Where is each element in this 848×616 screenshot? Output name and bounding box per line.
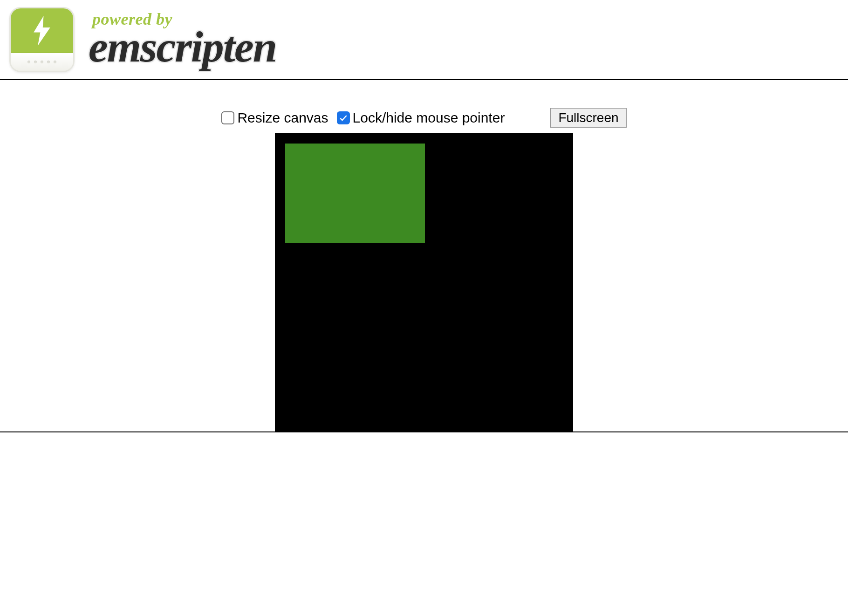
divider-bottom xyxy=(0,431,848,432)
emscripten-logo-badge xyxy=(9,7,75,72)
divider-top xyxy=(0,79,848,80)
green-rect xyxy=(285,144,425,243)
canvas-container xyxy=(0,133,848,431)
lock-pointer-control[interactable]: Lock/hide mouse pointer xyxy=(337,110,505,126)
logo-badge-top xyxy=(11,8,73,53)
logo-badge-bottom xyxy=(11,53,73,71)
brand-name: emscripten xyxy=(89,25,276,68)
fullscreen-button[interactable]: Fullscreen xyxy=(550,108,626,128)
header: powered by emscripten xyxy=(0,0,848,79)
resize-canvas-control[interactable]: Resize canvas xyxy=(221,110,328,126)
resize-canvas-checkbox[interactable] xyxy=(221,111,234,124)
lightning-icon xyxy=(32,16,52,46)
dot-icon xyxy=(41,61,43,63)
resize-canvas-label: Resize canvas xyxy=(237,110,328,126)
dot-icon xyxy=(34,61,37,63)
controls-row: Resize canvas Lock/hide mouse pointer Fu… xyxy=(0,80,848,133)
brand-text: powered by emscripten xyxy=(89,11,276,68)
canvas[interactable] xyxy=(275,133,573,431)
lock-pointer-label: Lock/hide mouse pointer xyxy=(353,110,505,126)
dot-icon xyxy=(54,61,56,63)
dot-icon xyxy=(27,61,30,63)
lock-pointer-checkbox[interactable] xyxy=(337,111,350,124)
dot-icon xyxy=(47,61,50,63)
svg-marker-0 xyxy=(34,16,50,46)
